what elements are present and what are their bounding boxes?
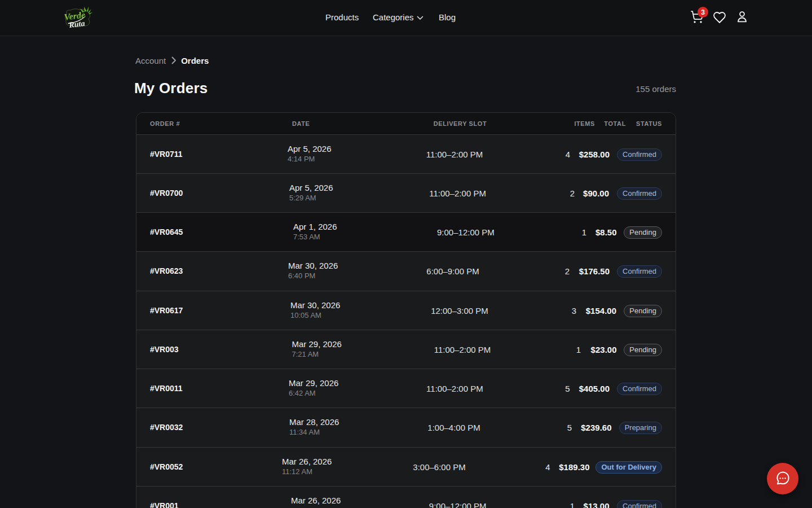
svg-text:Ruta: Ruta bbox=[68, 19, 86, 29]
